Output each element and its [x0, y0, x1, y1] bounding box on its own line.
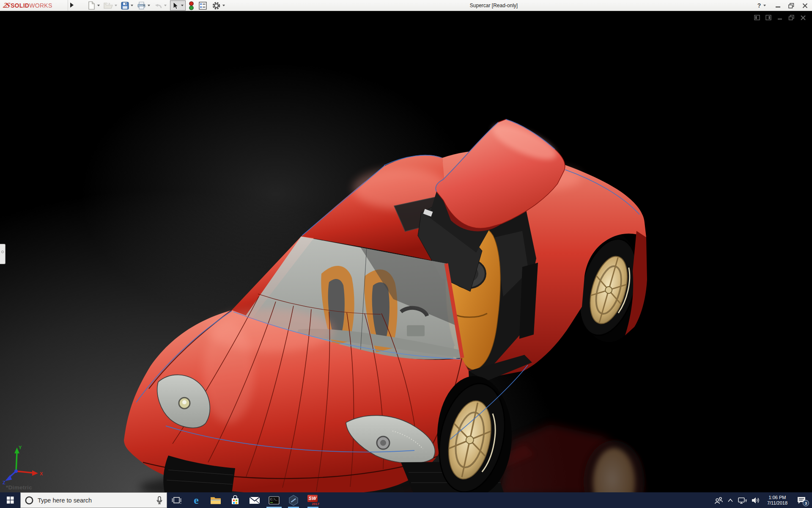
svg-text:C:\_: C:\_: [270, 498, 278, 501]
graphics-viewport[interactable]: Y X Z *Dimetric: [0, 11, 812, 492]
help-dropdown-caret[interactable]: [763, 5, 766, 6]
file-properties-button[interactable]: [198, 0, 207, 11]
minimize-document-button[interactable]: [777, 14, 783, 21]
minimize-button[interactable]: [774, 1, 782, 10]
menu-expand-arrow-icon[interactable]: [70, 3, 74, 8]
start-button[interactable]: [0, 492, 20, 508]
open-dropdown-caret[interactable]: [115, 5, 117, 6]
file-explorer-icon: [210, 496, 221, 505]
supercar-model: [124, 118, 647, 492]
save-floppy-icon: [121, 2, 129, 10]
rebuild-button[interactable]: [189, 0, 194, 11]
windows-logo-icon: [7, 497, 14, 504]
hexagon-app-button[interactable]: [284, 492, 303, 508]
gear-icon: [212, 1, 221, 10]
tray-time: 1:06 PM: [762, 495, 793, 500]
flyout-grip-icon: [1, 251, 4, 253]
microphone-icon[interactable]: [156, 496, 163, 505]
orientation-triad: Y X Z: [2, 444, 48, 485]
file-properties-icon: [199, 2, 207, 10]
solidworks-window: 2S SOLID WORKS: [0, 0, 812, 508]
system-tray: 1:06 PM 7/11/2018 3: [712, 492, 812, 508]
network-icon: [738, 497, 747, 504]
new-document-button[interactable]: [87, 0, 100, 11]
taskbar-search[interactable]: [20, 492, 167, 508]
network-button[interactable]: [736, 492, 749, 508]
task-view-button[interactable]: [167, 492, 187, 508]
options-dropdown-caret[interactable]: [222, 5, 225, 6]
command-prompt-icon: C:\_: [269, 496, 280, 505]
edge-icon: e: [194, 495, 199, 506]
mail-icon: [249, 496, 260, 505]
windows-taskbar: e: [0, 492, 812, 508]
notification-badge: 3: [803, 500, 809, 506]
brand-solid: SOLID: [11, 2, 29, 9]
save-dropdown-caret[interactable]: [131, 5, 133, 6]
dassault-logo-icon: 2S: [3, 1, 10, 10]
undo-dropdown-caret[interactable]: [164, 5, 167, 6]
solidworks-logo: 2S SOLID WORKS: [3, 0, 52, 11]
close-button[interactable]: [801, 1, 809, 10]
window-controls: ?: [755, 0, 809, 11]
quick-toolbar: [87, 0, 228, 11]
microsoft-store-icon: [230, 495, 240, 505]
help-icon: ?: [757, 2, 761, 9]
hexagon-app-icon: [288, 495, 299, 506]
supercar-model-canvas[interactable]: [0, 11, 812, 492]
new-dropdown-caret[interactable]: [97, 5, 100, 6]
solidworks-taskbar-button[interactable]: SW 2017: [303, 492, 323, 508]
people-icon: [714, 497, 723, 504]
document-window-controls: [754, 14, 806, 21]
print-button[interactable]: [137, 0, 151, 11]
triad-x-arrow-icon: [32, 470, 38, 476]
open-button[interactable]: [103, 0, 118, 11]
print-dropdown-caret[interactable]: [148, 5, 150, 6]
speaker-icon: [752, 497, 760, 504]
undo-arrow-icon: [154, 2, 162, 9]
edge-browser-button[interactable]: e: [187, 492, 206, 508]
undo-button[interactable]: [154, 0, 167, 11]
task-view-icon: [172, 496, 182, 505]
close-icon: [802, 3, 808, 8]
brand-works: WORKS: [29, 2, 52, 9]
triad-z-label: Z: [3, 480, 5, 485]
microsoft-store-button[interactable]: [225, 492, 245, 508]
restore-document-button[interactable]: [788, 14, 795, 21]
view-orientation-label: *Dimetric: [6, 484, 32, 491]
show-pane-right-button[interactable]: [765, 14, 772, 21]
show-pane-left-button[interactable]: [754, 14, 760, 21]
solidworks-app-icon: SW 2017: [307, 494, 319, 506]
restore-button[interactable]: [787, 1, 795, 10]
mail-button[interactable]: [245, 492, 264, 508]
select-cursor-icon: [172, 2, 178, 10]
hidden-icons-button[interactable]: [725, 492, 736, 508]
titlebar: 2S SOLID WORKS: [0, 0, 812, 11]
feature-tree-flyout-tab[interactable]: [0, 244, 5, 264]
people-button[interactable]: [712, 492, 725, 508]
volume-button[interactable]: [749, 492, 762, 508]
cortana-icon: [25, 496, 34, 505]
command-prompt-button[interactable]: C:\_: [264, 492, 284, 508]
logo-separator: [68, 0, 68, 11]
open-folder-icon: [104, 2, 113, 9]
help-button[interactable]: ?: [755, 1, 768, 10]
triad-y-label: Y: [19, 445, 22, 450]
triad-x-label: X: [40, 471, 43, 476]
search-input[interactable]: [38, 497, 152, 504]
select-tool-button[interactable]: [170, 0, 186, 11]
restore-icon: [788, 3, 794, 8]
clock[interactable]: 1:06 PM 7/11/2018: [762, 495, 793, 506]
new-document-icon: [88, 1, 96, 10]
action-center-button[interactable]: 3: [793, 492, 810, 508]
save-button[interactable]: [121, 0, 134, 11]
close-document-button[interactable]: [800, 14, 806, 21]
print-icon: [137, 2, 146, 10]
traffic-light-icon: [189, 1, 194, 10]
select-dropdown-caret[interactable]: [181, 5, 184, 6]
document-title: Supercar [Read-only]: [440, 0, 548, 11]
file-explorer-button[interactable]: [206, 492, 225, 508]
tray-date: 7/11/2018: [762, 500, 793, 506]
minimize-icon: [775, 3, 781, 8]
chevron-up-icon: [727, 498, 733, 502]
options-button[interactable]: [211, 0, 225, 11]
